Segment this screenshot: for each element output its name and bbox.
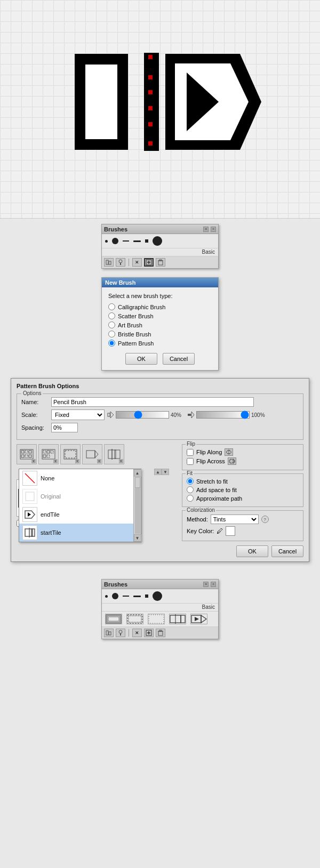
scrollbar-thumb[interactable] xyxy=(135,477,140,488)
pbo-cancel-btn[interactable]: Cancel xyxy=(271,545,303,557)
pattern-brush-1[interactable] xyxy=(105,614,122,624)
svg-rect-47 xyxy=(26,492,34,501)
svg-rect-22 xyxy=(108,413,110,416)
scrollbar-up[interactable]: ▲ xyxy=(134,469,141,477)
brush-b-trash-btn[interactable] xyxy=(156,629,165,637)
dropdown-item-starttile-icon xyxy=(22,525,37,540)
end-tile-arrow[interactable]: ▼ xyxy=(119,459,123,463)
brush-tiny-dot[interactable] xyxy=(105,240,108,243)
flip-across-checkbox[interactable] xyxy=(187,458,194,465)
dropdown-item-none[interactable]: None xyxy=(19,469,133,487)
brush-medium-dot[interactable] xyxy=(112,238,118,244)
bottom-panel-close[interactable]: × xyxy=(211,582,216,587)
pattern-brush-2[interactable] xyxy=(126,614,143,624)
popup-down-arrow[interactable]: ▼ xyxy=(162,469,169,475)
pbo-spacing-input[interactable] xyxy=(51,423,78,432)
svg-rect-64 xyxy=(108,617,119,621)
eyedropper-icon[interactable]: 🖊 xyxy=(217,527,223,535)
pbo-options-section: Options Name: Scale: Fixed Random Pressu… xyxy=(17,393,303,440)
tile-btn-side[interactable]: ▼ xyxy=(17,444,37,464)
pbo-scale-select[interactable]: Fixed Random Pressure xyxy=(51,409,105,420)
radio-calligraphic: Calligraphic Brush xyxy=(108,303,212,310)
tile-btn-end[interactable]: ▼ xyxy=(104,444,124,464)
fit-add-space-radio[interactable] xyxy=(187,486,194,493)
brush-short-dash[interactable] xyxy=(123,240,129,242)
new-brush-ok-btn[interactable]: OK xyxy=(125,353,157,365)
svg-rect-30 xyxy=(21,455,24,457)
brush-b-libraries-btn[interactable] xyxy=(104,629,114,637)
tile-btn-inner-corner[interactable]: ▼ xyxy=(60,444,81,464)
radio-pattern-input[interactable] xyxy=(108,340,115,347)
start-tile-arrow[interactable]: ▼ xyxy=(97,459,101,463)
method-select[interactable]: None Tints Tints and Shades Hue Shift xyxy=(211,515,259,524)
fit-stretch-label: Stretch to fit xyxy=(196,478,228,485)
inner-corner-arrow[interactable]: ▼ xyxy=(75,459,79,463)
brush-libraries-btn[interactable] xyxy=(104,258,114,267)
new-brush-dialog-title: New Brush xyxy=(105,279,135,286)
tile-btn-outer-corner[interactable]: ▼ xyxy=(38,444,59,464)
dropdown-item-starttile[interactable]: startTile xyxy=(19,524,133,542)
delete-brush-btn[interactable]: ✕ xyxy=(132,258,142,267)
pbo-scale-row: Scale: Fixed Random Pressure 40% 100% xyxy=(21,409,299,420)
brushes-bottom-basic-row: Basic xyxy=(102,604,218,612)
dropdown-item-original: Original xyxy=(19,487,133,505)
pattern-brush-4[interactable] xyxy=(169,614,186,624)
svg-marker-49 xyxy=(28,512,31,517)
radio-bristle-input[interactable] xyxy=(108,331,115,337)
new-brush-dialog-titlebar: New Brush xyxy=(102,278,218,287)
pbo-name-label: Name: xyxy=(21,399,49,405)
svg-rect-5 xyxy=(148,90,153,94)
radio-calligraphic-input[interactable] xyxy=(108,303,115,310)
new-brush-dialog-body: Select a new brush type: Calligraphic Br… xyxy=(102,287,218,370)
svg-rect-15 xyxy=(120,263,121,265)
brush-b-short-dash[interactable] xyxy=(123,596,129,597)
pbo-scale-label: Scale: xyxy=(21,412,49,418)
side-tile-arrow[interactable]: ▼ xyxy=(31,459,36,463)
paint-brush-btn[interactable] xyxy=(116,258,125,267)
dropdown-item-endtile[interactable]: endTile xyxy=(19,505,133,524)
panel-collapse-btn[interactable]: ≡ xyxy=(203,227,209,232)
radio-art-input[interactable] xyxy=(108,322,115,328)
fit-add-space-row: Add space to fit xyxy=(187,486,299,493)
brush-b-tiny-dot[interactable] xyxy=(105,595,108,598)
brushes-panel-bottom: Brushes ≡ × Basic xyxy=(101,579,219,639)
brush-b-large-dot[interactable] xyxy=(153,591,162,601)
brush-large-dot[interactable] xyxy=(153,236,162,246)
colorization-tip-icon[interactable]: ? xyxy=(261,516,269,523)
canvas-area xyxy=(0,0,320,219)
brush-b-new-btn[interactable] xyxy=(144,629,154,637)
tile-btn-start[interactable]: ▼ xyxy=(82,444,102,464)
new-brush-btn[interactable] xyxy=(144,258,154,267)
fit-stretch-radio[interactable] xyxy=(187,478,194,485)
bottom-toolbar-sep xyxy=(129,629,129,637)
radio-scatter: Scatter Brush xyxy=(108,312,212,319)
key-color-swatch[interactable] xyxy=(226,526,235,536)
bottom-panel-collapse[interactable]: ≡ xyxy=(203,582,209,587)
brush-b-rect-dot[interactable] xyxy=(145,594,148,598)
radio-scatter-input[interactable] xyxy=(108,312,115,319)
dropdown-item-original-icon xyxy=(22,489,37,504)
dropdown-endtile-label: endTile xyxy=(41,511,60,518)
brush-b-wide-dash[interactable] xyxy=(133,596,141,597)
brush-b-delete-btn[interactable]: ✕ xyxy=(132,629,142,637)
pbo-scale-max-slider[interactable] xyxy=(196,411,250,419)
new-brush-cancel-btn[interactable]: Cancel xyxy=(163,353,195,365)
panel-close-btn[interactable]: × xyxy=(211,227,216,232)
pbo-ok-btn[interactable]: OK xyxy=(236,545,268,557)
radio-scatter-label: Scatter Brush xyxy=(118,313,154,319)
flip-along-checkbox[interactable] xyxy=(187,449,194,456)
pattern-brush-3[interactable] xyxy=(148,614,165,624)
pattern-brush-5[interactable] xyxy=(190,614,207,624)
outer-corner-arrow[interactable]: ▼ xyxy=(53,459,58,463)
pbo-scale-slider[interactable] xyxy=(116,411,169,419)
trash-brush-btn[interactable] xyxy=(156,258,165,267)
popup-up-arrow[interactable]: ▲ xyxy=(154,469,162,475)
brush-wide-dash[interactable] xyxy=(133,240,141,242)
pbo-name-input[interactable] xyxy=(51,397,254,407)
scrollbar-down[interactable]: ▼ xyxy=(134,534,141,542)
brush-b-medium-dot[interactable] xyxy=(112,593,118,599)
fit-approx-radio[interactable] xyxy=(187,495,194,502)
svg-rect-32 xyxy=(29,455,31,457)
brush-rect-dot[interactable] xyxy=(145,239,148,243)
brush-b-paint-btn[interactable] xyxy=(116,629,125,637)
